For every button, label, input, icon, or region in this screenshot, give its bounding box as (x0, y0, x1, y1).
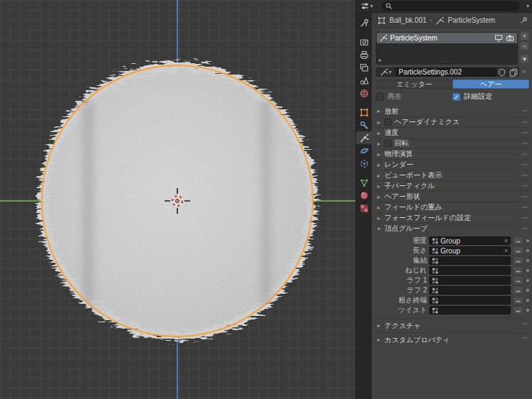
panel-viewport-display[interactable]: ▸ ビューポート表示 (376, 170, 529, 180)
vertex-group-field[interactable] (429, 256, 511, 265)
invert-vgroup-button[interactable]: ↔ (513, 236, 523, 245)
invert-vgroup-button[interactable]: ↔ (513, 246, 523, 255)
unlink-button[interactable]: × (519, 67, 529, 77)
tab-physics[interactable] (356, 144, 372, 157)
rotation-checkbox[interactable] (384, 140, 392, 147)
animate-property-dot[interactable] (526, 289, 529, 292)
animate-property-dot[interactable] (526, 279, 529, 282)
invert-vgroup-button[interactable]: ↔ (513, 286, 523, 295)
vertex-group-field[interactable] (429, 306, 511, 315)
panel-field-weights[interactable]: ▸ フィールドの重み (376, 202, 529, 212)
panel-custom-properties[interactable]: ▸ カスタムプロパティ (376, 332, 529, 346)
panel-drag-handle[interactable] (521, 143, 528, 144)
panel-drag-handle[interactable] (521, 175, 528, 176)
new-copy-button[interactable] (508, 67, 519, 77)
panel-vertex-groups[interactable]: ▾ 頂点グループ (376, 223, 529, 234)
3d-viewport[interactable] (0, 0, 356, 399)
emitter-type-button[interactable]: エミッター (376, 80, 453, 89)
tab-constraints[interactable] (356, 157, 372, 170)
search-input[interactable] (394, 3, 516, 10)
panel-force-field-settings[interactable]: ▸ フォースフィールドの設定 (376, 212, 529, 223)
particle-system-list[interactable]: ParticleSystem ▸ ···· (376, 32, 518, 65)
search-box[interactable] (382, 1, 519, 11)
editor-type-button[interactable]: ▾ (359, 1, 375, 11)
panel-rotation[interactable]: ▸ 回転 (376, 138, 529, 148)
panel-drag-handle[interactable] (521, 132, 528, 133)
tab-texture[interactable] (356, 202, 372, 214)
invert-vgroup-button[interactable]: ↔ (513, 306, 523, 315)
panel-drag-handle[interactable] (521, 185, 528, 187)
panel-drag-handle[interactable] (521, 228, 528, 229)
panel-children[interactable]: ▸ 子パーティクル (376, 180, 529, 191)
panel-hair-dynamics[interactable]: ▸ ヘアーダイナミクス (376, 116, 529, 127)
panel-drag-handle[interactable] (521, 217, 528, 219)
browse-particle-settings-button[interactable]: ▾ (376, 67, 396, 77)
list-item[interactable]: ParticleSystem (377, 33, 517, 43)
vertex-group-field[interactable] (429, 266, 511, 275)
vertex-group-icon (432, 238, 438, 244)
list-filter-expander[interactable]: ▸ (379, 57, 382, 63)
panel-drag-handle[interactable] (521, 164, 528, 165)
panel-title: ビューポート表示 (384, 170, 442, 180)
animate-property-dot[interactable] (526, 309, 529, 312)
panel-drag-handle[interactable] (521, 121, 528, 123)
advanced-checkbox[interactable]: ✓ (453, 93, 460, 101)
invert-vgroup-button[interactable]: ↔ (513, 296, 523, 305)
vertex-group-field[interactable]: Group × (429, 246, 511, 255)
panel-velocity[interactable]: ▸ 速度 (376, 127, 529, 138)
tab-scene[interactable] (356, 74, 372, 87)
clear-icon[interactable]: × (504, 237, 508, 244)
animate-property-dot[interactable] (526, 269, 529, 272)
animate-property-dot[interactable] (526, 249, 529, 252)
tab-material[interactable] (356, 189, 372, 202)
panel-emission[interactable]: ▸ 放射 (376, 106, 529, 116)
collapse-chevron-icon[interactable]: ▾ (526, 4, 529, 9)
invert-vgroup-button[interactable]: ↔ (513, 266, 523, 275)
tab-view-layer[interactable] (356, 61, 372, 74)
tab-object-data[interactable] (356, 176, 372, 189)
vertex-group-field[interactable] (429, 286, 511, 295)
tab-particles[interactable] (356, 131, 372, 144)
invert-vgroup-button[interactable]: ↔ (513, 256, 523, 265)
animate-property-dot[interactable] (526, 259, 529, 262)
chevron-down-icon: ▾ (370, 4, 373, 9)
hair-dynamics-checkbox[interactable] (384, 119, 392, 126)
monitor-icon[interactable] (494, 34, 503, 42)
pin-icon[interactable] (519, 16, 528, 25)
tab-render[interactable] (356, 35, 372, 48)
regrow-checkbox[interactable] (376, 93, 384, 101)
invert-vgroup-button[interactable]: ↔ (513, 276, 523, 285)
fake-user-toggle[interactable] (497, 67, 508, 77)
tab-object[interactable] (356, 106, 372, 119)
panel-textures[interactable]: ▸ テクスチャ (376, 318, 529, 332)
panel-drag-handle[interactable] (521, 196, 528, 197)
panel-drag-handle[interactable] (521, 153, 528, 155)
hair-ball-object[interactable] (0, 0, 356, 399)
animate-property-dot[interactable] (526, 299, 529, 302)
tab-modifiers[interactable] (356, 119, 372, 131)
tab-world[interactable] (356, 87, 372, 99)
add-particle-system-button[interactable]: + (520, 32, 529, 40)
hair-type-button[interactable]: ヘアー (453, 80, 529, 89)
breadcrumb-particle-system[interactable]: ParticleSystem (448, 16, 495, 24)
panel-render[interactable]: ▸ レンダー (376, 159, 529, 170)
breadcrumb-object[interactable]: Ball_bk.001 (389, 16, 426, 24)
remove-particle-system-button[interactable]: − (520, 42, 529, 50)
vertex-group-field[interactable] (429, 296, 511, 305)
panel-drag-handle[interactable] (521, 337, 528, 339)
specials-menu-button[interactable]: ▾ (520, 55, 529, 63)
tab-output[interactable] (356, 48, 372, 61)
panel-drag-handle[interactable] (521, 207, 528, 208)
particle-settings-name-field[interactable]: ParticleSettings.002 (396, 67, 497, 77)
tab-tool[interactable] (356, 16, 372, 29)
vertex-group-field[interactable] (429, 276, 511, 285)
panel-drag-handle[interactable] (521, 110, 528, 111)
panel-hair-shape[interactable]: ▸ ヘアー形状 (376, 191, 529, 202)
camera-icon[interactable] (506, 34, 514, 42)
animate-property-dot[interactable] (526, 239, 529, 242)
resize-grip[interactable]: ···· (441, 58, 453, 65)
panel-drag-handle[interactable] (521, 323, 528, 324)
clear-icon[interactable]: × (504, 247, 508, 254)
vertex-group-field[interactable]: Group × (429, 236, 511, 245)
panel-physics[interactable]: ▸ 物理演算 (376, 148, 529, 159)
